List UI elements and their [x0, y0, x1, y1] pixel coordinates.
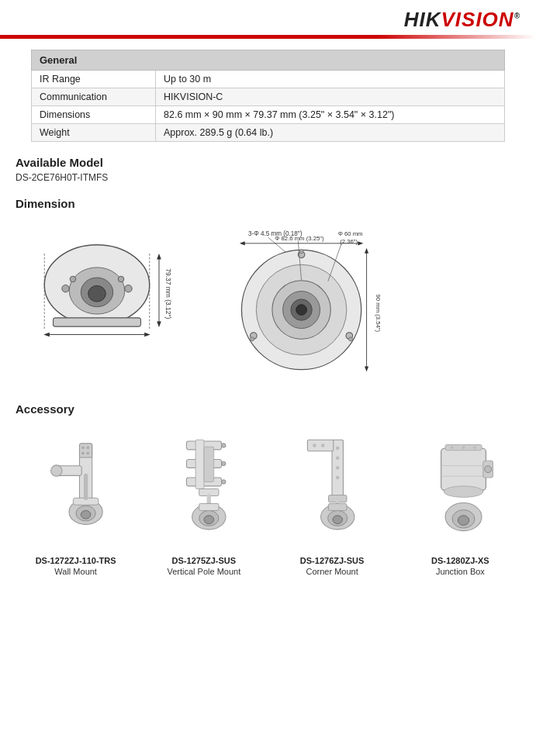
svg-point-91 [485, 466, 492, 473]
accessory-item-corner-mount: DS-1276ZJ-SUS Corner Mount [272, 426, 392, 576]
svg-point-78 [321, 444, 325, 447]
svg-marker-17 [144, 333, 150, 337]
junction-box-image [413, 426, 507, 551]
svg-point-88 [462, 446, 465, 449]
spec-label-2: Dimensions [32, 106, 156, 124]
svg-point-4 [88, 285, 106, 302]
svg-marker-33 [365, 248, 368, 254]
svg-point-31 [348, 337, 352, 341]
svg-point-89 [474, 446, 477, 449]
svg-text:Φ 82.6 mm (3.25"): Φ 82.6 mm (3.25") [275, 235, 324, 242]
camera-top-view: 3-Φ 4.5 mm (0.18") [202, 226, 388, 381]
logo-hik: HIK [404, 8, 441, 31]
svg-point-87 [451, 446, 455, 449]
svg-marker-12 [157, 254, 161, 260]
dimension-title: Dimension [16, 197, 520, 210]
available-model-section: Available Model DS-2CE76H0T-ITMFS [16, 156, 520, 183]
svg-point-81 [333, 516, 343, 524]
svg-point-67 [204, 516, 214, 524]
svg-point-73 [336, 447, 340, 450]
logo-vision: VISION [441, 8, 514, 31]
wall-mount-name: Wall Mount [54, 567, 97, 576]
spec-label-3: Weight [32, 124, 156, 142]
svg-marker-34 [365, 366, 368, 371]
corner-mount-id: DS-1276ZJ-SUS [300, 555, 365, 567]
spec-label-1: Communication [32, 88, 156, 106]
spec-table-container: General IR RangeUp to 30 mCommunicationH… [16, 50, 520, 142]
svg-point-5 [62, 285, 69, 292]
accessory-grid: DS-1272ZJ-110-TRS Wall Mount [16, 426, 520, 576]
accessory-title: Accessory [16, 402, 520, 416]
svg-text:90 mm (3.54"): 90 mm (3.54") [375, 295, 382, 333]
svg-rect-72 [308, 440, 334, 450]
svg-text:(2.36"): (2.36") [340, 238, 358, 245]
junction-box-name: Junction Box [436, 567, 485, 576]
camera-side-view: 79.37 mm (3.12") [16, 241, 178, 365]
svg-rect-61 [204, 447, 214, 482]
pole-mount-id: DS-1275ZJ-SUS [172, 555, 237, 567]
svg-marker-37 [240, 241, 245, 245]
svg-point-75 [336, 466, 340, 470]
svg-point-25 [296, 305, 307, 316]
model-number: DS-2CE76H0T-ITMFS [16, 172, 520, 183]
svg-text:79.37 mm (3.12"): 79.37 mm (3.12") [164, 268, 172, 319]
svg-point-50 [86, 451, 89, 454]
header: HIKVISION® [0, 0, 536, 35]
spec-value-3: Approx. 289.5 g (0.64 lb.) [156, 124, 505, 142]
svg-point-51 [50, 464, 61, 475]
hikvision-logo: HIKVISION® [404, 8, 520, 32]
junction-box-id: DS-1280ZJ-XS [431, 555, 489, 567]
svg-point-30 [251, 337, 254, 341]
corner-mount-name: Corner Mount [306, 567, 358, 576]
junction-box-svg [421, 434, 499, 543]
wall-mount-image [29, 426, 123, 551]
svg-point-47 [81, 446, 85, 449]
svg-rect-60 [195, 440, 204, 488]
spec-label-0: IR Range [32, 71, 156, 88]
svg-marker-16 [43, 333, 50, 337]
svg-rect-84 [329, 503, 347, 510]
svg-marker-38 [358, 241, 363, 245]
svg-rect-46 [79, 444, 92, 457]
svg-marker-13 [157, 322, 161, 328]
dimension-section: Dimension [16, 197, 520, 388]
spec-value-1: HIKVISION-C [156, 88, 505, 106]
svg-rect-70 [199, 503, 219, 510]
pole-mount-name: Vertical Pole Mount [167, 567, 240, 576]
svg-text:Φ 60 mm: Φ 60 mm [338, 230, 363, 237]
svg-point-77 [313, 444, 316, 447]
svg-point-29 [299, 250, 303, 254]
top-view-svg: 3-Φ 4.5 mm (0.18") [202, 226, 388, 381]
pole-mount-svg [165, 434, 243, 543]
svg-point-62 [221, 444, 225, 447]
svg-point-48 [86, 446, 89, 449]
svg-point-63 [221, 461, 225, 465]
red-divider [0, 35, 536, 39]
dimension-diagrams: 79.37 mm (3.12") 3-Φ 4.5 mm (0.18") [16, 218, 520, 388]
svg-point-64 [221, 480, 225, 484]
svg-point-95 [458, 516, 469, 526]
spec-value-2: 82.6 mm × 90 mm × 79.37 mm (3.25" × 3.54… [156, 106, 505, 124]
svg-point-49 [81, 451, 85, 454]
svg-rect-1 [54, 318, 141, 326]
available-model-title: Available Model [16, 156, 520, 169]
svg-point-74 [336, 456, 340, 460]
table-header: General [32, 50, 505, 71]
wall-mount-svg [41, 437, 111, 541]
wall-mount-id: DS-1272ZJ-110-TRS [36, 555, 116, 567]
accessory-item-pole-mount: DS-1275ZJ-SUS Vertical Pole Mount [144, 426, 264, 576]
corner-mount-image [285, 426, 379, 551]
pole-mount-image [157, 426, 251, 551]
svg-point-8 [118, 276, 124, 282]
spec-table: General IR RangeUp to 30 mCommunicationH… [31, 50, 505, 142]
svg-point-76 [336, 476, 340, 480]
accessory-item-junction-box: DS-1280ZJ-XS Junction Box [400, 426, 520, 576]
svg-point-54 [81, 510, 91, 519]
side-view-svg: 79.37 mm (3.12") [16, 241, 178, 365]
logo-registered: ® [514, 12, 520, 20]
corner-mount-svg [293, 434, 371, 543]
svg-point-92 [444, 486, 484, 497]
accessory-item-wall-mount: DS-1272ZJ-110-TRS Wall Mount [16, 426, 136, 576]
accessory-section: Accessory [16, 402, 520, 576]
svg-point-6 [70, 276, 76, 282]
